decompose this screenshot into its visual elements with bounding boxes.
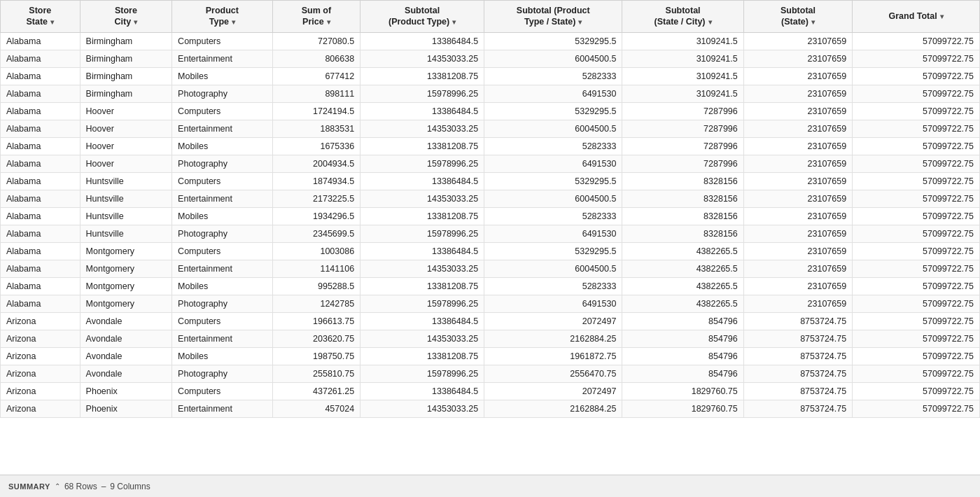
cell-store_city: Huntsville <box>80 190 172 207</box>
col-header-grand_total[interactable]: Grand Total▾ <box>853 1 980 33</box>
cell-store_state: Arizona <box>1 312 80 330</box>
cell-sub_state_city: 8328156 <box>622 225 743 242</box>
cell-sum_price: 727080.5 <box>272 32 360 50</box>
col-header-sub_state[interactable]: Subtotal(State)▾ <box>743 1 852 33</box>
cell-store_city: Avondale <box>80 330 172 347</box>
cell-grand_total: 57099722.75 <box>853 207 980 225</box>
cell-sum_price: 196613.75 <box>272 312 360 330</box>
col-header-sub_ptype[interactable]: Subtotal(Product Type)▾ <box>360 1 484 33</box>
cell-sum_price: 255810.75 <box>272 365 360 382</box>
cell-sub_state_city: 854796 <box>622 347 743 365</box>
cell-grand_total: 57099722.75 <box>853 277 980 295</box>
cell-store_state: Arizona <box>1 347 80 365</box>
table-row: AlabamaHuntsvillePhotography2345699.5159… <box>1 225 980 242</box>
cell-sub_ptype_state: 5329295.5 <box>484 32 622 50</box>
sort-icon-sum_price[interactable]: ▾ <box>327 18 330 27</box>
cell-sub_state: 23107659 <box>743 155 852 172</box>
cell-sub_ptype_state: 5282333 <box>484 67 622 85</box>
col-header-store_state[interactable]: StoreState▾ <box>1 1 80 33</box>
col-header-sub_state_city[interactable]: Subtotal(State / City)▾ <box>622 1 743 33</box>
cell-sub_ptype: 15978996.25 <box>360 295 484 312</box>
table-row: AlabamaHooverPhotography2004934.51597899… <box>1 155 980 172</box>
cell-sum_price: 898111 <box>272 85 360 102</box>
sort-icon-sub_state[interactable]: ▾ <box>811 18 815 27</box>
col-header-store_city[interactable]: StoreCity▾ <box>80 1 172 33</box>
footer-bar: SUMMARY ⌃ 68 Rows – 9 Columns <box>0 475 980 497</box>
cell-sub_ptype: 14353033.25 <box>360 400 484 417</box>
cell-product_type: Entertainment <box>172 190 272 207</box>
cell-store_city: Huntsville <box>80 207 172 225</box>
cell-store_state: Arizona <box>1 365 80 382</box>
cell-store_city: Birmingham <box>80 50 172 67</box>
summary-caret-icon[interactable]: ⌃ <box>55 482 60 490</box>
cell-product_type: Entertainment <box>172 330 272 347</box>
cell-store_city: Montgomery <box>80 260 172 277</box>
cell-product_type: Computers <box>172 242 272 260</box>
table-row: AlabamaHooverMobiles167533613381208.7552… <box>1 137 980 155</box>
cell-sub_state_city: 4382265.5 <box>622 295 743 312</box>
cell-sub_ptype_state: 5329295.5 <box>484 102 622 120</box>
cell-product_type: Photography <box>172 155 272 172</box>
cell-grand_total: 57099722.75 <box>853 190 980 207</box>
cell-product_type: Computers <box>172 312 272 330</box>
cell-store_city: Avondale <box>80 365 172 382</box>
cell-sub_state_city: 7287996 <box>622 137 743 155</box>
cell-store_city: Hoover <box>80 120 172 137</box>
sort-icon-store_state[interactable]: ▾ <box>50 18 54 27</box>
cell-sub_ptype_state: 5282333 <box>484 207 622 225</box>
cell-sub_ptype_state: 6491530 <box>484 85 622 102</box>
cell-sub_ptype_state: 6491530 <box>484 295 622 312</box>
col-header-sum_price[interactable]: Sum ofPrice▾ <box>272 1 360 33</box>
sort-icon-sub_state_city[interactable]: ▾ <box>708 18 712 27</box>
table-row: AlabamaMontgomeryComputers10030861338648… <box>1 242 980 260</box>
sort-icon-sub_ptype_state[interactable]: ▾ <box>578 18 582 27</box>
table-row: AlabamaBirminghamComputers727080.5133864… <box>1 32 980 50</box>
col-header-sub_ptype_state[interactable]: Subtotal (ProductType / State)▾ <box>484 1 622 33</box>
cell-sum_price: 1242785 <box>272 295 360 312</box>
cell-sub_ptype: 13386484.5 <box>360 172 484 190</box>
sort-icon-grand_total[interactable]: ▾ <box>940 12 944 21</box>
cell-store_city: Huntsville <box>80 172 172 190</box>
cell-sub_ptype: 13386484.5 <box>360 382 484 400</box>
cell-sub_ptype: 15978996.25 <box>360 365 484 382</box>
cell-sub_state: 23107659 <box>743 260 852 277</box>
cell-sub_state_city: 3109241.5 <box>622 67 743 85</box>
cell-store_city: Huntsville <box>80 225 172 242</box>
cell-sub_ptype_state: 2162884.25 <box>484 400 622 417</box>
table-row: AlabamaBirminghamEntertainment8066381435… <box>1 50 980 67</box>
sort-icon-store_city[interactable]: ▾ <box>134 18 137 27</box>
cell-product_type: Entertainment <box>172 50 272 67</box>
cell-grand_total: 57099722.75 <box>853 172 980 190</box>
cell-store_state: Alabama <box>1 295 80 312</box>
cell-sub_ptype: 13386484.5 <box>360 32 484 50</box>
table-row: ArizonaPhoenixComputers437261.2513386484… <box>1 382 980 400</box>
cell-sub_state: 8753724.75 <box>743 400 852 417</box>
sort-icon-product_type[interactable]: ▾ <box>232 18 235 27</box>
table-scroll-area[interactable]: StoreState▾StoreCity▾ProductType▾Sum ofP… <box>0 0 980 475</box>
cell-store_city: Birmingham <box>80 67 172 85</box>
table-row: ArizonaPhoenixEntertainment4570241435303… <box>1 400 980 417</box>
cell-sum_price: 1141106 <box>272 260 360 277</box>
table-row: AlabamaHuntsvilleComputers1874934.513386… <box>1 172 980 190</box>
cell-product_type: Photography <box>172 295 272 312</box>
cell-store_city: Avondale <box>80 347 172 365</box>
cell-store_state: Arizona <box>1 330 80 347</box>
cell-sum_price: 2004934.5 <box>272 155 360 172</box>
cell-sub_state: 8753724.75 <box>743 312 852 330</box>
cell-sub_state_city: 4382265.5 <box>622 242 743 260</box>
cell-sub_state_city: 854796 <box>622 312 743 330</box>
table-row: AlabamaHooverComputers1724194.513386484.… <box>1 102 980 120</box>
col-header-product_type[interactable]: ProductType▾ <box>172 1 272 33</box>
cell-sub_state: 23107659 <box>743 50 852 67</box>
cell-sub_ptype: 13381208.75 <box>360 67 484 85</box>
cell-sub_ptype_state: 6004500.5 <box>484 50 622 67</box>
cell-grand_total: 57099722.75 <box>853 225 980 242</box>
cell-sum_price: 2345699.5 <box>272 225 360 242</box>
data-table: StoreState▾StoreCity▾ProductType▾Sum ofP… <box>0 0 980 418</box>
cell-product_type: Mobiles <box>172 277 272 295</box>
sort-icon-sub_ptype[interactable]: ▾ <box>452 18 456 27</box>
cell-sub_ptype: 15978996.25 <box>360 155 484 172</box>
cell-sum_price: 995288.5 <box>272 277 360 295</box>
cell-sub_ptype_state: 2556470.75 <box>484 365 622 382</box>
cell-store_state: Arizona <box>1 400 80 417</box>
